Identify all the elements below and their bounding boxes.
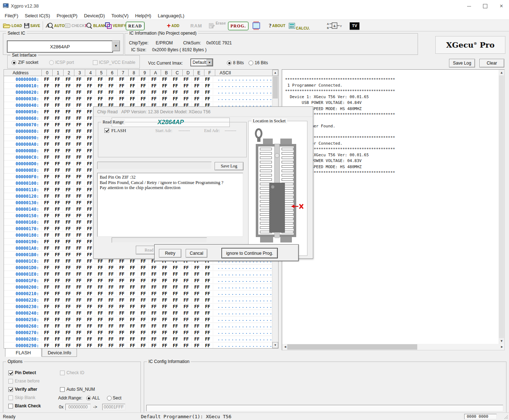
scrollbar-thumb[interactable]	[273, 76, 278, 99]
hex-col-header[interactable]: 5	[96, 70, 107, 76]
hex-col-header[interactable]: 9	[139, 70, 150, 76]
cancel-button[interactable]: Cancal	[186, 249, 207, 258]
hex-byte: FF	[149, 298, 160, 303]
read-button[interactable]: READ	[126, 22, 144, 30]
maximize-button[interactable]	[480, 4, 491, 9]
save-log-button[interactable]: Save Log	[449, 59, 475, 67]
chip-button[interactable]	[252, 21, 261, 30]
hex-col-header[interactable]: 1	[53, 70, 64, 76]
addr-range-all-radio[interactable]	[86, 396, 91, 401]
hex-col-header[interactable]: A	[150, 70, 161, 76]
hex-col-header[interactable]: 2	[64, 70, 74, 76]
log-horizontal-scrollbar[interactable]: ◄ ►	[282, 344, 504, 350]
hex-byte: FF	[117, 304, 128, 309]
hex-col-header[interactable]: D	[183, 70, 194, 76]
scroll-down-button[interactable]: ▼	[272, 342, 278, 348]
hex-byte: FF	[117, 317, 128, 322]
select-ic-group-label: Select IC	[6, 31, 27, 36]
hex-byte: FF	[74, 259, 85, 264]
hex-byte: FF	[63, 122, 74, 127]
hex-col-header[interactable]: 4	[85, 70, 96, 76]
menu-item[interactable]: File(F)	[1, 12, 22, 19]
auto-sn-checkbox[interactable]	[60, 387, 65, 392]
calcu-button[interactable]: CALCU.	[289, 21, 310, 30]
menu-item[interactable]: Tools(V)	[108, 12, 132, 19]
hex-byte: FF	[63, 116, 74, 121]
hex-byte: FF	[127, 272, 138, 277]
menu-item[interactable]: Select IC(S)	[22, 12, 53, 19]
load-button[interactable]: LOAD	[3, 21, 22, 30]
about-button[interactable]: ? ABOUT	[269, 21, 285, 30]
hex-byte: FF	[42, 161, 52, 166]
bits8-radio[interactable]	[227, 61, 232, 65]
flash-checkbox[interactable]	[104, 128, 109, 133]
dialog-save-log-button[interactable]: Save Log	[215, 162, 243, 170]
hex-col-header-ascii[interactable]: ASCII	[215, 70, 272, 76]
blank-button[interactable]: F BLANK	[85, 21, 106, 30]
scroll-up-button[interactable]: ▲	[272, 70, 278, 76]
vcc-imax-label: Vcc Current Imax:	[148, 61, 183, 66]
hex-col-header-address[interactable]: Address	[4, 70, 42, 76]
zif-socket-radio[interactable]	[12, 60, 16, 65]
hex-byte: FF	[42, 324, 52, 329]
ic-dropdown-button[interactable]: ▼	[112, 40, 120, 51]
menu-item[interactable]: Language(L)	[155, 12, 188, 19]
hex-col-header[interactable]: C	[172, 70, 183, 76]
hex-col-header[interactable]: 7	[118, 70, 129, 76]
hex-col-header[interactable]: B	[161, 70, 172, 76]
auto-button[interactable]: A AUTO	[46, 21, 65, 30]
hex-col-header[interactable]: 6	[107, 70, 118, 76]
bits16-label: 16 Bits	[255, 60, 268, 65]
resize-grip[interactable]	[504, 415, 508, 419]
hex-byte: FF	[95, 83, 106, 88]
scrollbar-thumb[interactable]	[287, 344, 417, 350]
selected-ic-value[interactable]: X2864AP	[7, 40, 113, 53]
hex-address: 00000180:	[4, 233, 42, 238]
menu-item[interactable]: Device(D)	[81, 12, 108, 19]
hex-byte: FF	[74, 83, 85, 88]
tab-flash[interactable]: FLASH	[5, 348, 42, 357]
bits16-radio[interactable]	[249, 61, 253, 65]
hex-col-header[interactable]: 0	[42, 70, 53, 76]
minimize-button[interactable]	[463, 4, 474, 9]
prog-button[interactable]: PROG.	[228, 22, 249, 30]
close-button[interactable]: ×	[496, 4, 507, 9]
hex-col-header[interactable]: 3	[74, 70, 85, 76]
hex-col-header[interactable]: F	[204, 70, 215, 76]
auto-sn-label: Auto SN_NUM	[66, 387, 95, 392]
hex-col-header[interactable]: 8	[129, 70, 139, 76]
verify-after-checkbox[interactable]	[8, 387, 13, 392]
hex-byte: FF	[74, 317, 85, 322]
hex-address: 000000B0:	[4, 148, 42, 153]
log-vertical-scrollbar[interactable]: ▲ ▼	[499, 70, 504, 344]
scrollbar-thumb[interactable]	[499, 75, 504, 338]
clear-button[interactable]: Clear	[479, 59, 504, 67]
addr-range-sect-radio[interactable]	[107, 396, 112, 401]
logic-test-button[interactable]: AB & Y	[327, 21, 343, 30]
add-button[interactable]: + ADD	[167, 21, 180, 30]
blank-check-checkbox[interactable]	[8, 404, 13, 408]
vcc-imax-select[interactable]: Default ▼	[190, 58, 213, 66]
vcc-dropdown-button[interactable]: ▼	[207, 59, 212, 66]
hex-byte: FF	[117, 90, 128, 95]
hex-byte: FF	[74, 252, 85, 257]
ignore-continue-button[interactable]: ignore to Continue Prog.	[222, 248, 277, 258]
hex-byte: FF	[52, 155, 63, 160]
hex-byte: FF	[52, 259, 63, 264]
menu-item[interactable]: Help(H)	[132, 12, 155, 19]
pin-detect-checkbox[interactable]	[8, 371, 13, 375]
hex-byte: FF	[63, 265, 74, 270]
hex-byte: FF	[74, 90, 85, 95]
save-button[interactable]: SAVE	[24, 21, 40, 30]
hex-col-header[interactable]: E	[194, 70, 204, 76]
retry-button[interactable]: Retry	[159, 249, 181, 258]
hex-row: 000001F0:FFFFFFFFFFFFFFFFFFFFFFFFFFFFFFF…	[4, 277, 273, 284]
tv-button[interactable]: TV	[350, 21, 359, 31]
menu-item[interactable]: Project(P)	[53, 12, 81, 19]
hex-byte: FF	[52, 200, 63, 205]
verify-button[interactable]: VERIFY	[105, 21, 126, 30]
tab-device-info[interactable]: Device.Info	[42, 348, 77, 357]
hex-byte: FF	[52, 142, 63, 147]
hex-byte: FF	[42, 343, 52, 348]
hex-byte: FF	[149, 83, 160, 88]
